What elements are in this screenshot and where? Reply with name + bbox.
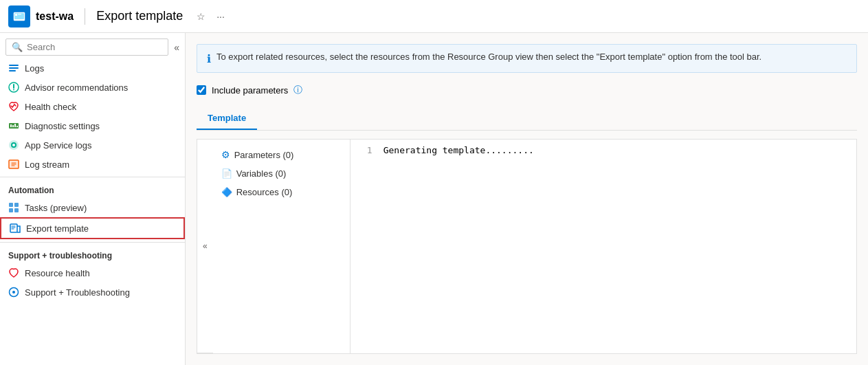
page-title: Export template	[96, 9, 183, 23]
line-number: 1	[359, 145, 372, 155]
include-parameters-row: Include parameters ⓘ	[197, 81, 857, 99]
collapse-sidebar-button[interactable]: «	[174, 42, 179, 53]
sidebar-item-support-troubleshooting[interactable]: Support + Troubleshooting	[0, 283, 185, 302]
info-tooltip-icon: ⓘ	[293, 84, 302, 96]
section-support: Support + troubleshooting	[0, 242, 185, 263]
parameters-label: Parameters (0)	[234, 150, 294, 160]
svg-point-26	[12, 291, 15, 294]
template-sidebar-resources[interactable]: 🔷 Resources (0)	[213, 183, 350, 201]
template-collapse-button[interactable]: «	[203, 241, 208, 251]
sidebar-item-tasks-label: Tasks (preview)	[25, 203, 87, 213]
tasks-icon	[8, 202, 19, 213]
variables-icon: 📄	[221, 168, 232, 179]
resource-health-icon	[8, 267, 19, 278]
resources-label: Resources (0)	[236, 187, 293, 197]
parameters-icon: ⚙	[221, 149, 230, 160]
sidebar-item-logs-label: Logs	[25, 63, 44, 74]
variables-label: Variables (0)	[236, 168, 287, 179]
log-stream-icon	[8, 159, 19, 170]
header-actions: ☆ ···	[194, 10, 227, 23]
health-check-icon	[8, 101, 19, 112]
sidebar-item-health-check[interactable]: Health check	[0, 97, 185, 116]
code-content: Generating template.........	[383, 145, 534, 155]
sidebar-item-advisor[interactable]: Advisor recommendations	[0, 78, 185, 97]
search-input[interactable]	[27, 42, 162, 52]
sidebar-search-area: 🔍 «	[0, 33, 185, 58]
sidebar-item-diagnostic-label: Diagnostic settings	[25, 121, 100, 131]
svg-rect-14	[16, 126, 18, 127]
sidebar-item-logs[interactable]: Logs	[0, 58, 185, 78]
logs-icon	[8, 63, 19, 74]
svg-rect-24	[10, 224, 17, 232]
support-troubleshooting-icon	[8, 287, 19, 298]
include-parameters-label[interactable]: Include parameters	[212, 85, 288, 96]
svg-rect-6	[9, 67, 19, 69]
svg-rect-23	[14, 208, 19, 212]
favorite-button[interactable]: ☆	[194, 10, 208, 23]
include-parameters-checkbox[interactable]	[197, 85, 206, 95]
header-divider	[85, 8, 85, 25]
search-icon: 🔍	[12, 42, 23, 52]
svg-rect-4	[18, 14, 21, 15]
header: test-wa Export template ☆ ···	[0, 0, 868, 33]
search-box[interactable]: 🔍	[5, 38, 168, 56]
section-automation: Automation	[0, 177, 185, 198]
svg-rect-12	[12, 125, 14, 127]
main-content: ℹ To export related resources, select th…	[186, 33, 868, 365]
diagnostic-icon	[8, 120, 19, 131]
sidebar-item-resource-health[interactable]: Resource health	[0, 263, 185, 283]
resources-icon: 🔷	[221, 187, 232, 197]
svg-point-17	[12, 144, 15, 146]
svg-rect-5	[9, 65, 19, 66]
svg-rect-3	[15, 14, 17, 16]
sidebar-item-appservice-logs[interactable]: App Service logs	[0, 135, 185, 155]
appservice-logs-icon	[8, 140, 19, 151]
sidebar-item-log-stream[interactable]: Log stream	[0, 155, 185, 174]
svg-rect-7	[9, 70, 16, 71]
template-area: « ⚙ Parameters (0) 📄 Variables (0)	[197, 139, 857, 354]
template-sidebar-parameters[interactable]: ⚙ Parameters (0)	[213, 145, 350, 164]
svg-rect-13	[14, 124, 16, 127]
resource-name: test-wa	[36, 10, 74, 23]
sidebar: 🔍 « Logs Advisor recommendations	[0, 33, 186, 365]
export-template-icon	[10, 223, 21, 234]
template-sidebar-header: «	[197, 140, 213, 353]
info-banner: ℹ To export related resources, select th…	[197, 44, 857, 73]
svg-rect-20	[9, 203, 13, 207]
sidebar-item-resource-health-label: Resource health	[25, 268, 90, 278]
more-button[interactable]: ···	[214, 10, 227, 23]
main-content-area: ℹ To export related resources, select th…	[186, 33, 868, 365]
template-code-area: 1 Generating template.........	[350, 140, 856, 353]
tab-template[interactable]: Template	[197, 107, 257, 130]
sidebar-item-appservice-logs-label: App Service logs	[25, 140, 92, 151]
template-sidebar: ⚙ Parameters (0) 📄 Variables (0) 🔷 Resou…	[213, 140, 350, 353]
code-line-1: 1 Generating template.........	[359, 145, 848, 155]
template-sidebar-variables[interactable]: 📄 Variables (0)	[213, 164, 350, 183]
sidebar-item-tasks[interactable]: Tasks (preview)	[0, 198, 185, 217]
app-icon	[8, 5, 30, 27]
tabs-row: Template	[197, 107, 857, 131]
advisor-icon	[8, 82, 19, 93]
sidebar-item-advisor-label: Advisor recommendations	[25, 82, 128, 93]
sidebar-nav: Logs Advisor recommendations Health chec…	[0, 58, 185, 365]
svg-rect-11	[10, 124, 12, 127]
info-icon: ℹ	[207, 52, 211, 65]
layout: 🔍 « Logs Advisor recommendations	[0, 33, 868, 365]
sidebar-item-export-template[interactable]: Export template	[0, 217, 185, 239]
sidebar-item-export-template-label: Export template	[26, 223, 89, 234]
sidebar-item-log-stream-label: Log stream	[25, 159, 69, 170]
sidebar-item-support-troubleshooting-label: Support + Troubleshooting	[25, 287, 130, 298]
svg-rect-21	[14, 203, 19, 207]
svg-rect-2	[16, 19, 22, 21]
svg-rect-22	[9, 208, 13, 212]
sidebar-item-health-check-label: Health check	[25, 102, 76, 112]
svg-point-9	[13, 89, 14, 91]
info-banner-text: To export related resources, select the …	[216, 52, 761, 62]
sidebar-item-diagnostic[interactable]: Diagnostic settings	[0, 116, 185, 135]
